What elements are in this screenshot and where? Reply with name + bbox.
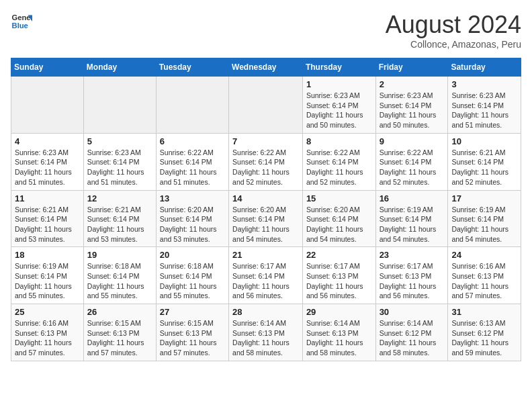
day-info: Sunrise: 6:22 AM Sunset: 6:14 PM Dayligh… — [160, 148, 225, 187]
day-info: Sunrise: 6:20 AM Sunset: 6:14 PM Dayligh… — [232, 205, 299, 244]
day-number: 31 — [451, 307, 517, 317]
day-info: Sunrise: 6:22 AM Sunset: 6:14 PM Dayligh… — [380, 148, 445, 187]
day-info: Sunrise: 6:19 AM Sunset: 6:14 PM Dayligh… — [380, 205, 445, 244]
calendar-week-row: 4Sunrise: 6:23 AM Sunset: 6:14 PM Daylig… — [11, 133, 521, 190]
day-info: Sunrise: 6:23 AM Sunset: 6:14 PM Dayligh… — [87, 148, 152, 187]
day-number: 30 — [380, 307, 445, 317]
calendar-cell: 24Sunrise: 6:16 AM Sunset: 6:13 PM Dayli… — [448, 247, 521, 304]
calendar-cell: 4Sunrise: 6:23 AM Sunset: 6:14 PM Daylig… — [11, 133, 84, 190]
calendar-cell: 27Sunrise: 6:15 AM Sunset: 6:13 PM Dayli… — [156, 304, 228, 361]
calendar-cell — [229, 77, 303, 134]
day-info: Sunrise: 6:15 AM Sunset: 6:13 PM Dayligh… — [87, 318, 152, 358]
day-info: Sunrise: 6:19 AM Sunset: 6:14 PM Dayligh… — [15, 261, 80, 301]
day-info: Sunrise: 6:18 AM Sunset: 6:14 PM Dayligh… — [160, 261, 225, 301]
month-title: August 2024 — [386, 11, 521, 39]
day-info: Sunrise: 6:15 AM Sunset: 6:13 PM Dayligh… — [160, 318, 225, 358]
day-number: 2 — [380, 79, 445, 89]
svg-text:Blue: Blue — [12, 21, 28, 30]
day-info: Sunrise: 6:14 AM Sunset: 6:13 PM Dayligh… — [306, 318, 372, 358]
page-header: General Blue August 2024 Collonce, Amazo… — [11, 11, 521, 50]
calendar-cell: 21Sunrise: 6:17 AM Sunset: 6:14 PM Dayli… — [229, 247, 303, 304]
day-number: 6 — [160, 136, 225, 146]
calendar-cell — [11, 77, 84, 134]
calendar-cell: 8Sunrise: 6:22 AM Sunset: 6:14 PM Daylig… — [302, 133, 375, 190]
day-number: 17 — [451, 193, 517, 203]
day-number: 25 — [15, 307, 80, 317]
svg-text:General: General — [12, 13, 32, 21]
calendar-cell — [83, 77, 156, 134]
calendar-cell: 12Sunrise: 6:21 AM Sunset: 6:14 PM Dayli… — [83, 190, 156, 247]
day-of-week-header: Tuesday — [156, 58, 228, 77]
calendar-header-row: SundayMondayTuesdayWednesdayThursdayFrid… — [11, 58, 521, 77]
day-info: Sunrise: 6:23 AM Sunset: 6:14 PM Dayligh… — [306, 91, 372, 130]
calendar-cell: 28Sunrise: 6:14 AM Sunset: 6:13 PM Dayli… — [229, 304, 303, 361]
day-of-week-header: Sunday — [11, 58, 84, 77]
day-number: 27 — [160, 307, 225, 317]
day-number: 7 — [232, 136, 299, 146]
calendar-cell: 14Sunrise: 6:20 AM Sunset: 6:14 PM Dayli… — [229, 190, 303, 247]
location: Collonce, Amazonas, Peru — [386, 39, 521, 50]
calendar-cell: 20Sunrise: 6:18 AM Sunset: 6:14 PM Dayli… — [156, 247, 228, 304]
day-info: Sunrise: 6:17 AM Sunset: 6:14 PM Dayligh… — [232, 261, 299, 301]
calendar-cell: 10Sunrise: 6:21 AM Sunset: 6:14 PM Dayli… — [448, 133, 521, 190]
day-number: 21 — [232, 250, 299, 260]
day-info: Sunrise: 6:23 AM Sunset: 6:14 PM Dayligh… — [15, 148, 80, 187]
day-info: Sunrise: 6:17 AM Sunset: 6:13 PM Dayligh… — [380, 261, 445, 301]
day-of-week-header: Friday — [375, 58, 448, 77]
day-info: Sunrise: 6:22 AM Sunset: 6:14 PM Dayligh… — [232, 148, 299, 187]
day-info: Sunrise: 6:23 AM Sunset: 6:14 PM Dayligh… — [451, 91, 517, 130]
calendar-week-row: 1Sunrise: 6:23 AM Sunset: 6:14 PM Daylig… — [11, 77, 521, 134]
day-info: Sunrise: 6:14 AM Sunset: 6:13 PM Dayligh… — [232, 318, 299, 358]
calendar-cell: 7Sunrise: 6:22 AM Sunset: 6:14 PM Daylig… — [229, 133, 303, 190]
calendar-cell: 17Sunrise: 6:19 AM Sunset: 6:14 PM Dayli… — [448, 190, 521, 247]
day-number: 29 — [306, 307, 372, 317]
calendar-week-row: 11Sunrise: 6:21 AM Sunset: 6:14 PM Dayli… — [11, 190, 521, 247]
day-number: 3 — [451, 79, 517, 89]
day-of-week-header: Monday — [83, 58, 156, 77]
calendar-cell: 30Sunrise: 6:14 AM Sunset: 6:12 PM Dayli… — [375, 304, 448, 361]
day-number: 8 — [306, 136, 372, 146]
day-number: 20 — [160, 250, 225, 260]
calendar-cell: 1Sunrise: 6:23 AM Sunset: 6:14 PM Daylig… — [302, 77, 375, 134]
day-number: 1 — [306, 79, 372, 89]
calendar-cell: 18Sunrise: 6:19 AM Sunset: 6:14 PM Dayli… — [11, 247, 84, 304]
day-number: 19 — [87, 250, 152, 260]
day-number: 22 — [306, 250, 372, 260]
day-info: Sunrise: 6:18 AM Sunset: 6:14 PM Dayligh… — [87, 261, 152, 301]
calendar-cell: 6Sunrise: 6:22 AM Sunset: 6:14 PM Daylig… — [156, 133, 228, 190]
calendar-cell: 26Sunrise: 6:15 AM Sunset: 6:13 PM Dayli… — [83, 304, 156, 361]
day-number: 15 — [306, 193, 372, 203]
calendar-cell: 16Sunrise: 6:19 AM Sunset: 6:14 PM Dayli… — [375, 190, 448, 247]
day-number: 10 — [451, 136, 517, 146]
day-info: Sunrise: 6:21 AM Sunset: 6:14 PM Dayligh… — [451, 148, 517, 187]
title-block: August 2024 Collonce, Amazonas, Peru — [386, 11, 521, 50]
day-number: 12 — [87, 193, 152, 203]
calendar-cell: 22Sunrise: 6:17 AM Sunset: 6:13 PM Dayli… — [302, 247, 375, 304]
calendar-cell: 25Sunrise: 6:16 AM Sunset: 6:13 PM Dayli… — [11, 304, 84, 361]
day-number: 11 — [15, 193, 80, 203]
calendar-cell: 15Sunrise: 6:20 AM Sunset: 6:14 PM Dayli… — [302, 190, 375, 247]
day-number: 13 — [160, 193, 225, 203]
day-number: 16 — [380, 193, 445, 203]
day-number: 9 — [380, 136, 445, 146]
calendar-cell: 29Sunrise: 6:14 AM Sunset: 6:13 PM Dayli… — [302, 304, 375, 361]
logo: General Blue — [11, 11, 32, 32]
day-number: 23 — [380, 250, 445, 260]
day-number: 26 — [87, 307, 152, 317]
day-number: 5 — [87, 136, 152, 146]
day-info: Sunrise: 6:14 AM Sunset: 6:12 PM Dayligh… — [380, 318, 445, 358]
day-info: Sunrise: 6:21 AM Sunset: 6:14 PM Dayligh… — [87, 205, 152, 244]
day-number: 14 — [232, 193, 299, 203]
day-of-week-header: Thursday — [302, 58, 375, 77]
day-info: Sunrise: 6:20 AM Sunset: 6:14 PM Dayligh… — [160, 205, 225, 244]
day-info: Sunrise: 6:22 AM Sunset: 6:14 PM Dayligh… — [306, 148, 372, 187]
calendar-cell: 23Sunrise: 6:17 AM Sunset: 6:13 PM Dayli… — [375, 247, 448, 304]
calendar-cell: 3Sunrise: 6:23 AM Sunset: 6:14 PM Daylig… — [448, 77, 521, 134]
day-number: 28 — [232, 307, 299, 317]
calendar-table: SundayMondayTuesdayWednesdayThursdayFrid… — [11, 58, 521, 361]
day-info: Sunrise: 6:16 AM Sunset: 6:13 PM Dayligh… — [15, 318, 80, 358]
calendar-cell — [156, 77, 228, 134]
day-of-week-header: Wednesday — [229, 58, 303, 77]
calendar-cell: 19Sunrise: 6:18 AM Sunset: 6:14 PM Dayli… — [83, 247, 156, 304]
day-number: 4 — [15, 136, 80, 146]
